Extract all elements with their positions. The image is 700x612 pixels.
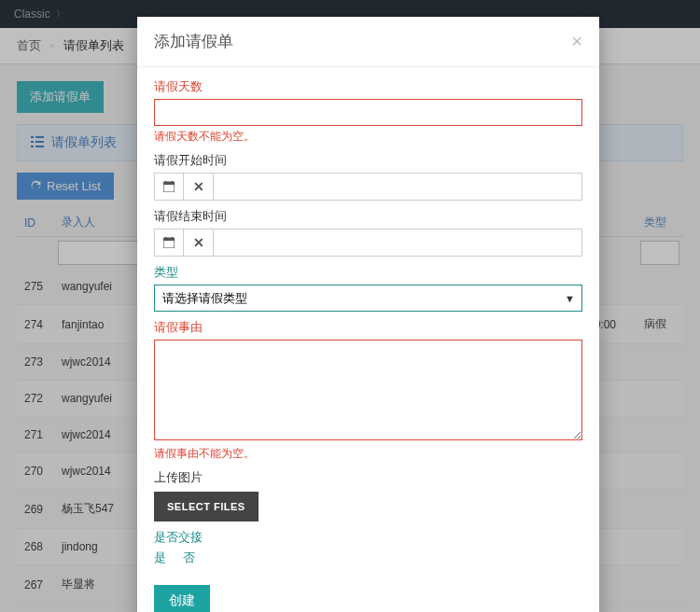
field-reason: 请假事由 请假事由不能为空。 bbox=[154, 319, 582, 462]
svg-rect-12 bbox=[165, 237, 167, 240]
reason-textarea[interactable] bbox=[154, 340, 582, 440]
create-button[interactable]: 创建 bbox=[154, 585, 210, 612]
calendar-icon[interactable] bbox=[154, 173, 184, 201]
reason-error: 请假事由不能为空。 bbox=[154, 446, 582, 462]
field-end: 请假结束时间 ✕ bbox=[154, 208, 582, 257]
svg-rect-13 bbox=[172, 237, 174, 240]
days-input[interactable] bbox=[154, 99, 582, 126]
calendar-icon[interactable] bbox=[154, 229, 184, 257]
upload-label: 上传图片 bbox=[154, 469, 582, 486]
svg-rect-8 bbox=[165, 181, 167, 184]
svg-rect-11 bbox=[163, 238, 175, 241]
type-label: 类型 bbox=[154, 264, 582, 281]
clear-date-icon[interactable]: ✕ bbox=[184, 229, 214, 257]
clear-date-icon[interactable]: ✕ bbox=[184, 173, 214, 201]
handover-no[interactable]: 否 bbox=[183, 550, 195, 564]
field-upload: 上传图片 SELECT FILES bbox=[154, 469, 582, 522]
field-type: 类型 请选择请假类型 ▼ bbox=[154, 264, 582, 312]
start-label: 请假开始时间 bbox=[154, 152, 582, 169]
svg-rect-9 bbox=[172, 181, 174, 184]
modal-title: 添加请假单 bbox=[154, 31, 233, 52]
reason-label: 请假事由 bbox=[154, 319, 582, 336]
start-input[interactable] bbox=[214, 173, 582, 201]
field-start: 请假开始时间 ✕ bbox=[154, 152, 582, 201]
select-files-button[interactable]: SELECT FILES bbox=[154, 492, 259, 522]
end-input[interactable] bbox=[214, 229, 582, 257]
svg-rect-7 bbox=[163, 182, 175, 185]
close-icon[interactable]: × bbox=[571, 31, 582, 52]
field-handover: 是否交接 是 否 bbox=[154, 529, 582, 566]
days-label: 请假天数 bbox=[154, 78, 582, 95]
handover-label: 是否交接 bbox=[154, 529, 582, 546]
handover-yes[interactable]: 是 bbox=[154, 550, 166, 564]
modal-header: 添加请假单 × bbox=[137, 17, 599, 67]
type-select[interactable]: 请选择请假类型 bbox=[154, 285, 582, 312]
modal-body: 请假天数 请假天数不能为空。 请假开始时间 ✕ 请假结束时间 ✕ bbox=[137, 67, 599, 612]
add-leave-modal: 添加请假单 × 请假天数 请假天数不能为空。 请假开始时间 ✕ 请假结束时间 bbox=[137, 17, 599, 612]
end-label: 请假结束时间 bbox=[154, 208, 582, 225]
days-error: 请假天数不能为空。 bbox=[154, 129, 582, 145]
field-days: 请假天数 请假天数不能为空。 bbox=[154, 78, 582, 145]
